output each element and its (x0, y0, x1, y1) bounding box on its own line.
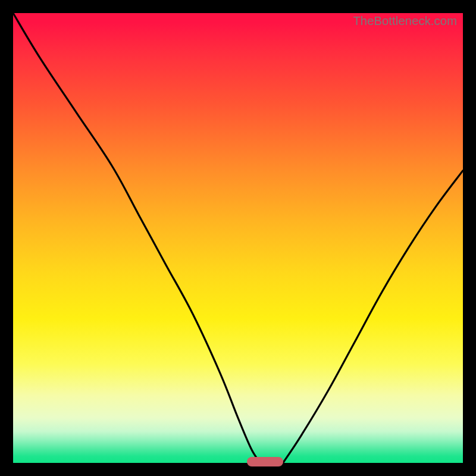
chart-frame: TheBottleneck.com (0, 0, 476, 476)
bottleneck-curve (13, 13, 463, 463)
optimum-marker (247, 457, 283, 466)
plot-area: TheBottleneck.com (13, 13, 463, 463)
curve-path (13, 13, 463, 463)
